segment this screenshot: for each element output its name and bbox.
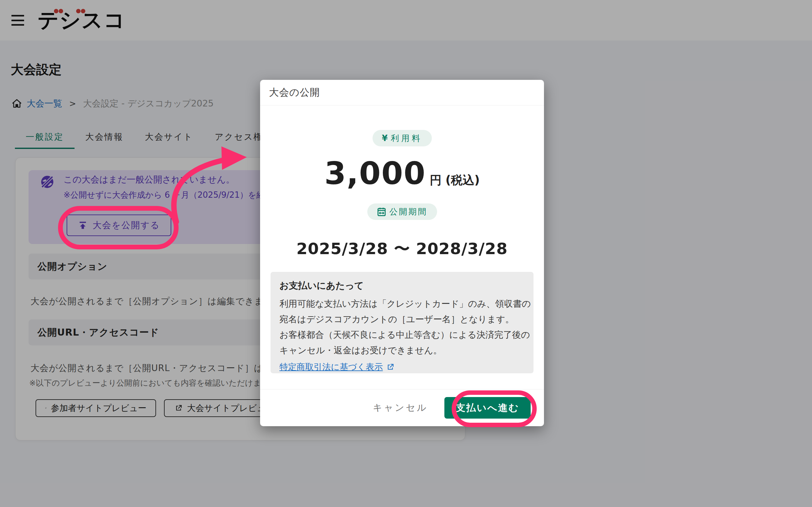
screen: テ シ ス コ 大会設定 大会一覧 > 大会設定 - デジスコカップ2025 一… (0, 0, 812, 507)
payment-note-line: 利用可能な支払い方法は「クレジットカード」のみ、領収書の (280, 296, 525, 312)
payment-note-line: キャンセル・返金はお受けできません。 (280, 343, 525, 358)
yen-icon: ¥ (382, 133, 388, 143)
payment-note-heading: お支払いにあたって (280, 279, 525, 292)
fee-badge: ¥ 利用料 (372, 130, 432, 147)
dialog-title: 大会の公開 (260, 80, 544, 106)
commerce-law-link[interactable]: 特定商取引法に基づく表示 (280, 361, 395, 373)
annotation-ring-payment-button (452, 390, 537, 427)
annotation-ring-publish-button (58, 206, 179, 249)
fee-badge-label: 利用料 (391, 133, 422, 144)
fee-amount: 3,000 円 (税込) (260, 155, 544, 191)
publication-period: 2025/3/28 〜 2028/3/28 (260, 238, 544, 260)
period-badge-label: 公開期間 (390, 206, 427, 217)
payment-note-line: 宛名はデジスコアカウントの［ユーザー名］となります。 (280, 312, 525, 327)
cancel-button[interactable]: キャンセル (371, 401, 429, 414)
fee-amount-number: 3,000 (324, 155, 426, 191)
commerce-law-link-label: 特定商取引法に基づく表示 (280, 361, 383, 373)
fee-amount-suffix: 円 (税込) (430, 172, 480, 188)
publish-dialog: 大会の公開 ¥ 利用料 3,000 円 (税込) 公開期間 2025/3/28 … (260, 80, 544, 426)
payment-note-box: お支払いにあたって 利用可能な支払い方法は「クレジットカード」のみ、領収書の 宛… (270, 272, 534, 373)
calendar-range-icon (377, 207, 386, 216)
payment-note-line: お客様都合（天候不良による中止等含む）による決済完了後の (280, 327, 525, 343)
open-in-new-icon (386, 363, 395, 372)
period-badge: 公開期間 (367, 204, 437, 220)
